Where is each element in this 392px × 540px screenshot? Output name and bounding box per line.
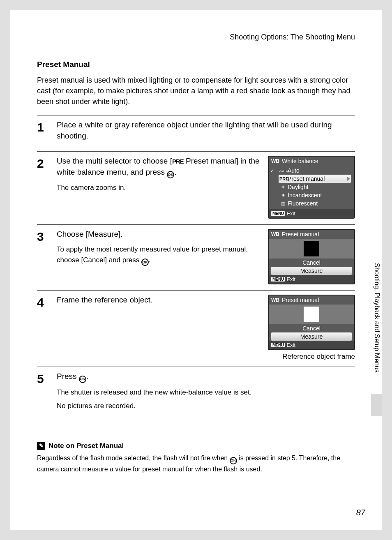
preview-black	[269, 239, 354, 258]
step-5: 5 Press OK. The shutter is released and …	[37, 367, 355, 417]
step-number: 3	[37, 229, 48, 284]
lcd-title: Preset manual	[282, 231, 319, 238]
pre-icon: PRE	[172, 158, 184, 165]
lcd-footer: MENU Exit	[269, 275, 354, 284]
step-1: 1 Place a white or gray reference object…	[37, 115, 355, 151]
manual-page: Shooting Options: The Shooting Menu Pres…	[10, 10, 382, 530]
ok-icon: OK	[167, 171, 174, 178]
step-1-text: Place a white or gray reference object u…	[57, 120, 355, 141]
step-number: 4	[37, 295, 48, 361]
lcd-footer: MENU Exit	[269, 209, 354, 218]
wb-option-fluorescent: ▥Fluorescent	[277, 199, 353, 208]
wb-icon: WB	[271, 297, 279, 303]
step-4: 4 Frame the reference object. WB Preset …	[37, 290, 355, 367]
step-number: 5	[37, 371, 48, 411]
pencil-icon: ✎	[37, 442, 45, 450]
step-2-sub: The camera zooms in.	[57, 182, 261, 193]
chevron-right-icon	[347, 177, 350, 181]
lcd-preset-measure: WB Preset manual Cancel Measure MENU Exi…	[268, 229, 355, 284]
measure-option: Measure	[271, 267, 352, 275]
lcd-title-row: WB Preset manual	[269, 230, 354, 239]
step-3: 3 Choose [Measure]. To apply the most re…	[37, 224, 355, 290]
wb-icon: WB	[271, 158, 279, 164]
lcd-title: Preset manual	[282, 297, 319, 303]
step-2-text: Use the multi selector to choose [PRE Pr…	[57, 156, 261, 178]
step-5-sub2: No pictures are recorded.	[57, 401, 355, 411]
side-tab-label: Shooting, Playback and Setup Menus	[373, 263, 380, 373]
wb-option-preset: PREPreset manual	[279, 175, 351, 183]
measure-option: Measure	[271, 332, 352, 341]
step-number: 2	[37, 156, 48, 219]
reference-frame-label: Reference object frame	[268, 353, 355, 361]
lcd-preset-frame: WB Preset manual Cancel Measure MENU Exi…	[268, 295, 355, 350]
cancel-option: Cancel	[271, 258, 352, 267]
step-number: 1	[37, 120, 48, 145]
step-2: 2 Use the multi selector to choose [PRE …	[37, 151, 355, 224]
lcd-title-row: WB Preset manual	[269, 295, 354, 305]
intro-paragraph: Preset manual is used with mixed lightin…	[37, 75, 355, 107]
lcd-white-balance: WB White balance ✓AUTOAuto PREPreset man…	[268, 156, 355, 219]
ok-icon: OK	[230, 457, 237, 464]
menu-icon: MENU	[271, 211, 285, 216]
note-title: Note on Preset Manual	[48, 442, 124, 450]
preview-white	[269, 305, 354, 324]
side-tab-marker	[371, 394, 382, 416]
step-4-text: Frame the reference object.	[57, 295, 261, 306]
lcd-footer: MENU Exit	[269, 341, 354, 349]
wb-option-daylight: ☀Daylight	[277, 183, 353, 191]
wb-option-incandescent: ✷Incandescent	[277, 191, 353, 199]
ok-icon: OK	[79, 376, 86, 383]
step-5-sub1: The shutter is released and the new whit…	[57, 387, 355, 398]
wb-option-auto: ✓AUTOAuto	[277, 166, 353, 175]
page-header: Shooting Options: The Shooting Menu	[37, 33, 355, 42]
menu-icon: MENU	[271, 343, 285, 347]
note-block: ✎ Note on Preset Manual Regardless of th…	[37, 442, 355, 474]
note-title-row: ✎ Note on Preset Manual	[37, 442, 355, 450]
lcd-title-row: WB White balance	[269, 157, 354, 166]
page-number: 87	[356, 508, 365, 517]
lcd-title: White balance	[282, 158, 318, 164]
step-3-text: Choose [Measure].	[57, 229, 261, 240]
wb-icon: WB	[271, 231, 279, 237]
ok-icon: OK	[141, 258, 149, 266]
section-title: Preset Manual	[37, 60, 355, 69]
menu-icon: MENU	[271, 277, 285, 282]
step-3-sub: To apply the most recently measured valu…	[57, 244, 261, 266]
step-5-text: Press OK.	[57, 371, 355, 383]
cancel-option: Cancel	[271, 324, 352, 332]
note-body: Regardless of the flash mode selected, t…	[37, 453, 355, 474]
